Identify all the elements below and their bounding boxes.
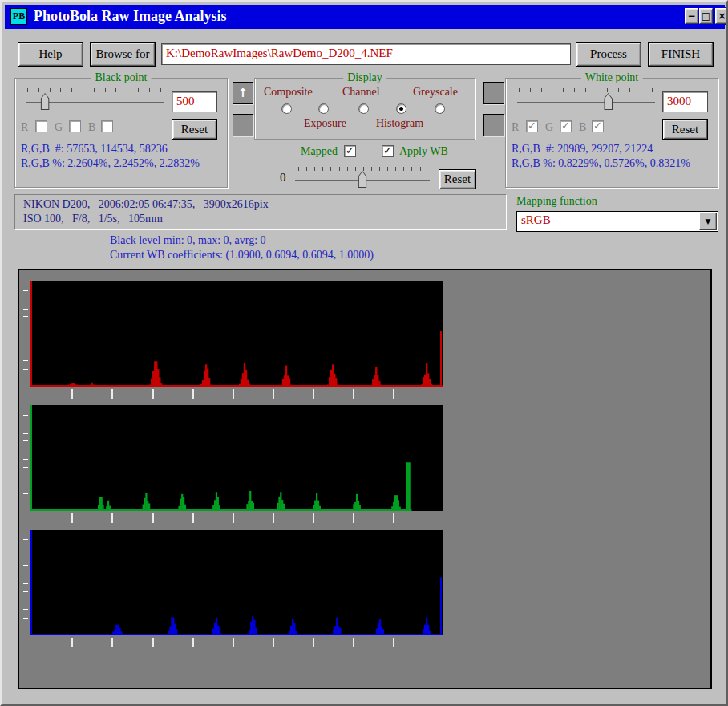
mapping-function-value: sRGB xyxy=(521,213,551,227)
black-point-reset-button[interactable]: Reset xyxy=(172,119,217,140)
mapped-label: Mapped xyxy=(301,145,338,158)
apply-wb-label: Apply WB xyxy=(399,145,448,158)
composite-up-button[interactable]: ↑ xyxy=(233,82,253,104)
y-axis-tick xyxy=(23,591,28,592)
black-point-g-label: G xyxy=(55,121,63,134)
help-button[interactable]: Help xyxy=(18,42,83,67)
white-point-b-label: B xyxy=(579,121,586,134)
y-axis-tick xyxy=(23,485,28,485)
black-level-text: Black level min: 0, max: 0, avrg: 0 xyxy=(110,234,266,247)
wb-coefficients-text: Current WB coefficients: (1.0900, 0.6094… xyxy=(110,249,374,262)
y-axis-tick xyxy=(23,360,28,361)
x-axis-tick xyxy=(71,638,73,647)
camera-info-box: NIKON D200, 2006:02:05 06:47:35, 3900x26… xyxy=(14,194,507,230)
channel-radio[interactable] xyxy=(358,103,369,114)
x-axis-tick xyxy=(192,513,194,523)
white-point-b-checkbox[interactable] xyxy=(592,120,604,132)
x-axis-tick xyxy=(111,389,113,399)
y-axis-tick xyxy=(23,539,28,540)
maximize-button[interactable]: □ xyxy=(699,8,713,24)
white-point-reset-label: Reset xyxy=(672,123,698,136)
y-axis-tick xyxy=(23,583,28,584)
camera-info-line2: ISO 100, F/8, 1/5s, 105mm xyxy=(23,213,163,225)
blue-channel-histogram xyxy=(30,530,443,635)
x-axis-tick xyxy=(393,389,394,399)
mapping-function-dropdown-button[interactable]: ▼ xyxy=(699,213,717,230)
camera-info-line1: NIKON D200, 2006:02:05 06:47:35, 3900x26… xyxy=(23,198,269,211)
white-point-value-input[interactable]: 3000 xyxy=(662,91,708,112)
y-axis-tick xyxy=(23,459,28,460)
up-arrow-icon: ↑ xyxy=(238,86,249,100)
x-axis-tick xyxy=(152,389,154,399)
red-channel-histogram xyxy=(30,281,443,387)
exposure-radio[interactable] xyxy=(318,103,329,114)
y-axis-tick xyxy=(23,558,28,558)
minimize-icon: − xyxy=(687,10,695,22)
white-point-reset-button[interactable]: Reset xyxy=(662,119,708,140)
greyscale-radio[interactable] xyxy=(435,103,445,114)
x-axis-tick xyxy=(313,513,314,523)
x-axis-tick xyxy=(273,513,274,523)
process-button-label: Process xyxy=(590,47,627,61)
apply-wb-checkbox[interactable] xyxy=(382,145,394,157)
app-window: PB PhotoBola Raw Image Analysis − □ × He… xyxy=(0,0,728,706)
close-button[interactable]: × xyxy=(715,8,728,24)
y-axis-tick xyxy=(23,343,28,343)
mapping-function-label: Mapping function xyxy=(516,195,597,208)
option-histogram-label: Histogram xyxy=(376,117,423,130)
y-axis-tick xyxy=(23,433,28,434)
mapping-function-select[interactable]: sRGB ▼ xyxy=(516,211,718,232)
x-axis-tick xyxy=(233,638,234,647)
finish-button[interactable]: FINISH xyxy=(648,42,714,67)
white-point-g-label: G xyxy=(545,121,553,134)
x-axis-tick xyxy=(111,513,113,523)
x-axis-tick xyxy=(71,513,73,523)
file-path-input[interactable]: K:\DemoRawImages\RawDemo_D200_4.NEF xyxy=(161,43,571,65)
white-point-slider-ticks xyxy=(519,88,653,92)
left-color-swatch-button[interactable] xyxy=(233,114,253,136)
y-axis-tick xyxy=(23,316,28,317)
title-bar: PB PhotoBola Raw Image Analysis − □ × xyxy=(5,5,725,29)
black-point-value-input[interactable]: 500 xyxy=(172,91,217,112)
option-exposure-label: Exposure xyxy=(304,117,346,130)
white-point-r-label: R xyxy=(512,121,519,134)
x-axis-tick xyxy=(313,638,314,647)
y-axis-tick xyxy=(23,440,28,441)
mapped-checkbox[interactable] xyxy=(344,145,356,157)
composite-radio[interactable] xyxy=(281,103,292,114)
y-axis-tick xyxy=(23,415,28,416)
black-point-b-checkbox[interactable] xyxy=(101,120,113,132)
x-axis-tick xyxy=(353,389,354,399)
minimize-button[interactable]: − xyxy=(685,8,698,24)
display-reset-button[interactable]: Reset xyxy=(439,169,476,189)
right-color-swatch-button-top[interactable] xyxy=(483,82,504,104)
black-point-title: Black point xyxy=(91,71,152,84)
y-axis-tick xyxy=(23,309,28,310)
app-icon: PB xyxy=(10,8,27,25)
black-point-g-checkbox[interactable] xyxy=(69,120,81,132)
white-point-title: White point xyxy=(581,71,643,84)
x-axis-tick xyxy=(393,638,394,647)
black-point-r-checkbox[interactable] xyxy=(35,120,47,132)
histogram-radio[interactable] xyxy=(396,103,406,114)
black-point-reset-label: Reset xyxy=(181,123,208,136)
black-point-slider-thumb[interactable] xyxy=(41,93,50,110)
process-button[interactable]: Process xyxy=(576,42,641,67)
y-axis-tick xyxy=(23,493,28,494)
white-point-slider-thumb[interactable] xyxy=(604,93,613,110)
x-axis-tick xyxy=(192,638,194,647)
y-axis-tick xyxy=(23,369,28,370)
white-point-g-checkbox[interactable] xyxy=(560,120,572,132)
white-point-r-checkbox[interactable] xyxy=(526,120,538,132)
option-composite-label: Composite xyxy=(264,86,313,99)
display-slider-thumb[interactable] xyxy=(358,171,367,188)
option-channel-label: Channel xyxy=(342,86,380,99)
y-axis-tick xyxy=(23,609,28,610)
browse-button[interactable]: Browse for xyxy=(90,42,156,67)
x-axis-tick xyxy=(313,389,314,399)
window-title: PhotoBola Raw Image Analysis xyxy=(34,8,227,25)
black-point-slider-ticks xyxy=(27,88,161,92)
x-axis-tick xyxy=(233,513,234,523)
y-axis-tick xyxy=(23,335,28,335)
right-color-swatch-button-bottom[interactable] xyxy=(483,114,504,136)
